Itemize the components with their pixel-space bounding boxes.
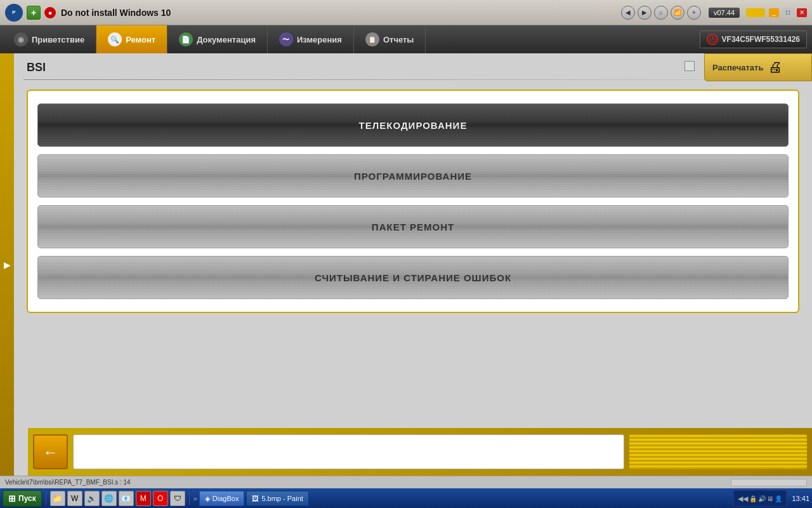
rep-icon: 📋 <box>365 32 379 46</box>
nav-bar: ◉ Приветствие 🔍 Ремонт 📄 Документация 〜 … <box>0 25 812 53</box>
status-bar: Vehicle\t7\bm\bsi\REPA_T7_BMF_BSI.s : 14 <box>0 476 812 488</box>
taskbar-icon-7[interactable]: O <box>153 491 168 506</box>
tray-sound-icon: 🔊 <box>758 495 766 502</box>
sidebar-arrow-icon: ▶ <box>4 260 11 270</box>
close-button[interactable]: ✕ <box>797 8 807 17</box>
title-bar: P + ● Do not install Windows 10 ◀ ▶ ⌂ 📶 … <box>0 0 812 25</box>
minimize-button[interactable]: _ <box>769 8 779 17</box>
tab-izmerenya[interactable]: 〜 Измерения <box>268 25 354 53</box>
error-icon: ● <box>44 7 56 18</box>
telekodirovanie-label: ТЕЛЕКОДИРОВАНИЕ <box>359 120 468 131</box>
right-panel-lines <box>629 434 807 469</box>
back-button[interactable]: ← <box>33 434 68 469</box>
app-logo: P <box>5 4 23 22</box>
power-icon: ⏻ <box>707 34 718 45</box>
nav-signal-icon[interactable]: 📶 <box>671 6 684 20</box>
taskbar-icon-4[interactable]: 🌐 <box>102 491 117 506</box>
taskbar-icon-6[interactable]: M <box>136 491 151 506</box>
paint-icon: 🖼 <box>252 495 259 502</box>
taskbar-icon-2[interactable]: W <box>67 491 82 506</box>
taskbar-diagbox[interactable]: ◈ DiagBox <box>199 491 245 506</box>
schityvanie-button[interactable]: СЧИТЫВАНИЕ И СТИРАНИЕ ОШИБОК <box>37 256 789 299</box>
taskbar-icon-3[interactable]: 🔊 <box>84 491 100 506</box>
tab-doc-label: Документация <box>197 35 256 44</box>
doc-icon: 📄 <box>179 32 193 46</box>
tab-dokumentatsiya[interactable]: 📄 Документация <box>167 25 268 53</box>
left-sidebar-arrow[interactable]: ▶ <box>0 53 14 476</box>
nav-right: ⏻ VF34C5FWF55331426 <box>700 25 809 53</box>
vin-number: VF34C5FWF55331426 <box>722 35 800 44</box>
tab-meas-label: Измерения <box>297 35 342 44</box>
taskbar-arrow[interactable]: » <box>193 495 197 502</box>
paket-remont-label: ПАКЕТ РЕМОНТ <box>372 222 454 232</box>
system-clock: 13:41 <box>792 495 809 502</box>
scrollbar[interactable] <box>731 479 807 486</box>
tab-remont-label: Ремонт <box>126 35 155 44</box>
taskbar-icon-1[interactable]: 📁 <box>50 491 65 506</box>
progress-bar <box>746 8 765 17</box>
new-tab-button[interactable]: + <box>27 6 41 20</box>
remont-icon: 🔍 <box>108 32 122 46</box>
programmirovanie-label: ПРОГРАММИРОВАНИЕ <box>354 171 472 182</box>
tab-otchety[interactable]: 📋 Отчеты <box>354 25 426 53</box>
tray-display-icon: 🖥 <box>767 495 773 502</box>
taskbar-icon-5[interactable]: 📧 <box>119 491 134 506</box>
taskbar-separator-1 <box>46 492 46 505</box>
privetstvie-icon: ◉ <box>14 32 28 46</box>
nav-forward-icon[interactable]: ▶ <box>638 6 652 20</box>
taskbar: ⊞ Пуск 📁 W 🔊 🌐 📧 M O 🛡 » ◈ DiagBox 🖼 5.b… <box>0 488 812 508</box>
sys-tray: ◀◀ 🔒 🔊 🖥 👤 <box>733 490 787 507</box>
back-arrow-icon: ← <box>43 443 58 461</box>
start-label: Пуск <box>18 494 36 503</box>
print-label: Распечатать <box>712 63 763 72</box>
schityvanie-label: СЧИТЫВАНИЕ И СТИРАНИЕ ОШИБОК <box>315 272 511 283</box>
bsi-divider <box>23 79 802 80</box>
action-buttons-panel: ТЕЛЕКОДИРОВАНИЕ ПРОГРАММИРОВАНИЕ ПАКЕТ Р… <box>27 90 799 313</box>
nav-add-icon[interactable]: + <box>687 6 701 20</box>
main-content: ▶ Распечатать 🖨 BSI ТЕЛЕКОДИРОВАНИЕ ПРОГ… <box>0 53 812 476</box>
tab-privetstvie[interactable]: ◉ Приветствие <box>3 25 96 53</box>
telekodirovanie-button[interactable]: ТЕЛЕКОДИРОВАНИЕ <box>37 104 789 147</box>
tray-user-icon: 👤 <box>775 495 782 502</box>
meas-icon: 〜 <box>279 32 293 46</box>
nav-home-icon[interactable]: ⌂ <box>654 6 668 20</box>
taskbar-icon-8[interactable]: 🛡 <box>170 491 185 506</box>
print-button[interactable]: Распечатать 🖨 <box>704 53 812 81</box>
nav-back-icon[interactable]: ◀ <box>621 6 635 20</box>
taskbar-paint[interactable]: 🖼 5.bmp - Paint <box>246 491 308 506</box>
maximize-button[interactable]: □ <box>783 8 793 17</box>
taskbar-separator-2 <box>189 492 190 505</box>
content-area: Распечатать 🖨 BSI ТЕЛЕКОДИРОВАНИЕ ПРОГРА… <box>14 53 812 476</box>
paint-label: 5.bmp - Paint <box>261 495 303 502</box>
tab-remont[interactable]: 🔍 Ремонт <box>96 25 167 53</box>
bottom-panel: ← <box>28 428 812 476</box>
printer-icon: 🖨 <box>768 59 782 76</box>
tab-rep-label: Отчеты <box>383 35 414 44</box>
diagbox-label: DiagBox <box>213 495 239 502</box>
start-button[interactable]: ⊞ Пуск <box>3 490 42 507</box>
programmirovanie-button[interactable]: ПРОГРАММИРОВАНИЕ <box>37 154 789 197</box>
version-badge: v07.44 <box>709 8 740 18</box>
paket-remont-button[interactable]: ПАКЕТ РЕМОНТ <box>37 205 789 248</box>
windows-icon: ⊞ <box>8 493 16 504</box>
window-title: Do not install Windows 10 <box>61 8 621 18</box>
taskbar-right: ◀◀ 🔒 🔊 🖥 👤 13:41 <box>733 490 809 507</box>
text-input-area[interactable] <box>73 434 624 469</box>
status-path: Vehicle\t7\bm\bsi\REPA_T7_BMF_BSI.s : 14 <box>5 479 731 486</box>
tab-privetstvie-label: Приветствие <box>32 35 84 44</box>
title-controls: ◀ ▶ ⌂ 📶 + v07.44 _ □ ✕ <box>621 6 807 20</box>
tray-network-icon: 🔒 <box>749 495 757 502</box>
close-content-button[interactable] <box>684 61 695 71</box>
tray-icon-1: ◀◀ <box>738 495 748 503</box>
diagbox-icon: ◈ <box>205 495 210 503</box>
vin-badge: ⏻ VF34C5FWF55331426 <box>700 30 807 48</box>
